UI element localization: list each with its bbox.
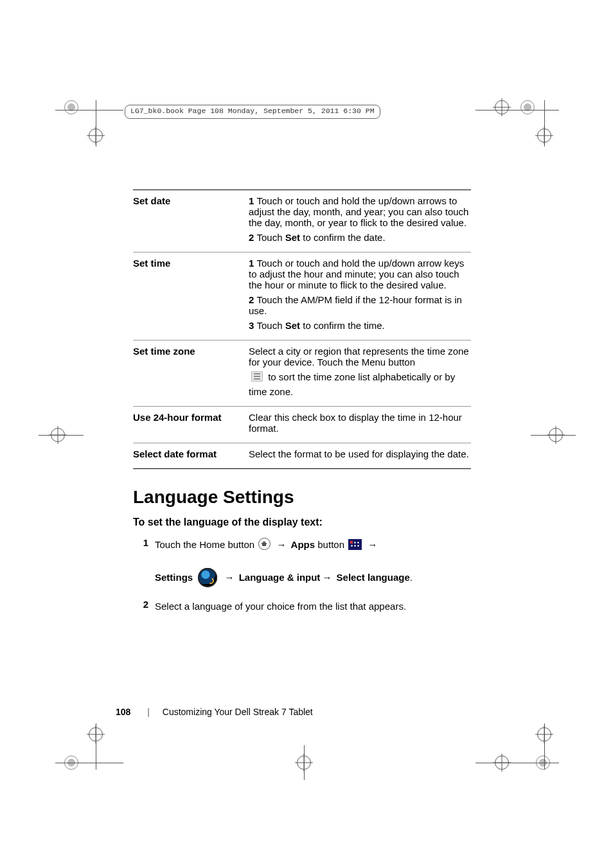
crop-line xyxy=(475,110,559,111)
description-line: 2 Touch the AM/PM field if the 12-hour f… xyxy=(249,294,471,316)
crop-line xyxy=(304,745,305,780)
table-row: Set time1 Touch or touch and hold the up… xyxy=(133,252,471,341)
footer-separator: | xyxy=(147,707,150,717)
step-number: 2 xyxy=(133,599,155,614)
step-number: 1 xyxy=(249,258,257,269)
procedure-list: 1 Touch the Home button → Apps button → … xyxy=(133,537,471,614)
description-line: time zone. xyxy=(249,386,471,397)
period: . xyxy=(410,572,413,583)
crop-line xyxy=(531,435,576,436)
description-line: 2 Touch Set to confirm the date. xyxy=(249,232,471,243)
page-content: Set date1 Touch or touch and hold the up… xyxy=(133,190,471,626)
home-icon xyxy=(258,538,271,550)
page-number: 108 xyxy=(116,707,130,717)
step-number: 2 xyxy=(249,294,257,305)
setting-description: Clear this check box to display the time… xyxy=(249,407,471,443)
step-text: button xyxy=(317,539,347,550)
setting-description: Select a city or region that represents … xyxy=(249,341,471,407)
table-row: Select date formatSelect the format to b… xyxy=(133,443,471,469)
settings-table: Set date1 Touch or touch and hold the up… xyxy=(133,190,471,469)
step-body: Touch the Home button → Apps button → Se… xyxy=(155,537,471,587)
arrow-icon: → xyxy=(276,539,286,550)
reg-dot-tr xyxy=(520,100,535,114)
description-line: 1 Touch or touch and hold the up/down ar… xyxy=(249,195,471,228)
step-text: to confirm the time. xyxy=(300,320,385,331)
settings-icon xyxy=(198,568,217,587)
section-title: Language Settings xyxy=(133,487,471,508)
setting-description: Select the format to be used for display… xyxy=(249,443,471,469)
crop-line xyxy=(96,723,96,770)
table-row: Use 24-hour formatClear this check box t… xyxy=(133,407,471,443)
reg-dot-tl xyxy=(64,100,78,114)
description-line: 1 Touch or touch and hold the up/down ar… xyxy=(249,258,471,290)
setting-name: Set date xyxy=(133,190,249,252)
settings-label: Settings xyxy=(155,572,193,583)
description-line: Select a city or region that represents … xyxy=(249,346,471,368)
procedure-step-1: 1 Touch the Home button → Apps button → … xyxy=(133,537,471,587)
step-number: 3 xyxy=(249,320,257,331)
reg-mark-tr-inner xyxy=(495,100,509,114)
description-line: Clear this check box to display the time… xyxy=(249,412,471,434)
setting-name: Select date format xyxy=(133,443,249,469)
crop-line xyxy=(544,723,545,770)
crop-line xyxy=(55,110,123,111)
page-footer: 108 | Customizing Your Dell Streak 7 Tab… xyxy=(116,707,313,717)
step-text: Touch the AM/PM field if the 12-hour for… xyxy=(249,294,462,316)
file-tag: LG7_bk0.book Page 108 Monday, September … xyxy=(125,105,380,119)
setting-name: Use 24-hour format xyxy=(133,407,249,443)
step-text: to confirm the date. xyxy=(300,232,386,243)
step-number: 1 xyxy=(249,195,257,206)
crop-line xyxy=(55,763,123,763)
step-number: 1 xyxy=(133,537,155,587)
chapter-title: Customizing Your Dell Streak 7 Tablet xyxy=(163,707,313,717)
language-input-label: Language & input xyxy=(239,572,321,583)
setting-description: 1 Touch or touch and hold the up/down ar… xyxy=(249,190,471,252)
step-number: 2 xyxy=(249,232,257,243)
apps-icon xyxy=(348,539,362,550)
procedure-heading: To set the language of the display text: xyxy=(133,517,471,528)
crop-line xyxy=(39,435,84,436)
step-text: Touch or touch and hold the up/down arro… xyxy=(249,195,468,228)
apps-label: Apps xyxy=(291,539,315,550)
table-row: Set date1 Touch or touch and hold the up… xyxy=(133,190,471,252)
arrow-icon: → xyxy=(322,572,332,583)
arrow-icon: → xyxy=(368,539,377,550)
step-text: Touch or touch and hold the up/down arro… xyxy=(249,258,464,290)
setting-description: 1 Touch or touch and hold the up/down ar… xyxy=(249,252,471,341)
step-body: Select a language of your choice from th… xyxy=(155,599,471,614)
crop-line xyxy=(96,100,96,146)
menu-icon xyxy=(251,371,263,382)
step-text: Touch the Home button xyxy=(155,539,257,550)
select-language-label: Select language xyxy=(337,572,410,583)
step-text: Touch xyxy=(257,232,285,243)
step-text: Touch xyxy=(257,320,285,331)
arrow-icon: → xyxy=(225,572,235,583)
bold-term: Set xyxy=(285,320,300,331)
crop-line xyxy=(544,100,545,146)
step-text: to sort the time zone list alphabeticall… xyxy=(265,371,455,382)
description-line: Select the format to be used for display… xyxy=(249,448,471,459)
table-row: Set time zoneSelect a city or region tha… xyxy=(133,341,471,407)
crop-line xyxy=(475,763,559,763)
setting-name: Set time zone xyxy=(133,341,249,407)
setting-name: Set time xyxy=(133,252,249,341)
description-line: 3 Touch Set to confirm the time. xyxy=(249,320,471,331)
bold-term: Set xyxy=(285,232,300,243)
description-line: to sort the time zone list alphabeticall… xyxy=(249,371,471,382)
procedure-step-2: 2 Select a language of your choice from … xyxy=(133,599,471,614)
